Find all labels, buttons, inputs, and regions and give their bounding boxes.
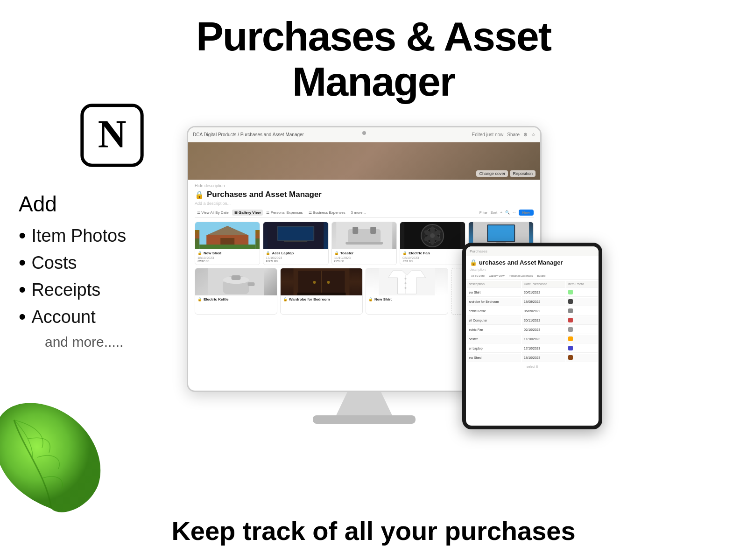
add-column-icon[interactable]: + xyxy=(500,210,502,215)
table-row: ectric Kettle 06/09/2022 xyxy=(467,307,598,315)
card-date-laptop: 17/10/2023 xyxy=(266,256,325,259)
page-icon: 🔒 xyxy=(195,190,204,199)
svg-point-26 xyxy=(430,233,435,238)
page-name: Purchases and Asset Manager xyxy=(207,190,322,199)
card-icon-shed: 🔒 xyxy=(197,251,202,255)
card-icon-wardrobe: 🔒 xyxy=(283,297,288,301)
table-row: ardrobe for Bedroom 18/08/2022 xyxy=(467,298,598,306)
notion-logo: N xyxy=(79,103,145,168)
svg-point-41 xyxy=(313,281,316,284)
filter-button[interactable]: Filter xyxy=(479,210,488,215)
table-cell-name: ell Computer xyxy=(467,316,521,325)
svg-rect-14 xyxy=(352,227,358,234)
gallery-card-shed[interactable]: 🔒 New Shed 18/10/2023 £532.00 xyxy=(195,222,260,265)
table-cell-date: 11/10/2023 xyxy=(522,335,565,343)
add-items-list: Item Photos Costs Receipts Account xyxy=(19,224,126,329)
svg-rect-6 xyxy=(199,245,255,249)
monitor-base xyxy=(313,415,416,424)
title-line2: Manager xyxy=(0,59,747,105)
card-title-shirt: 🔒 New Shirt xyxy=(368,297,445,301)
add-description[interactable]: Add a description... xyxy=(195,201,534,206)
notion-tabs: ☰ View All By Date ⊞ Gallery View ☰ Pers… xyxy=(195,210,534,218)
card-info-shed: 🔒 New Shed 18/10/2023 £532.00 xyxy=(195,249,260,265)
table-cell-date: 30/01/2022 xyxy=(522,288,565,297)
card-title-kettle: 🔒 Electric Kettle xyxy=(197,297,275,301)
tab-view-all[interactable]: ☰ View All By Date xyxy=(195,210,231,216)
tablet-header: Purchases xyxy=(466,246,599,256)
tablet-tab-business[interactable]: Busine xyxy=(536,274,547,278)
add-label: Add xyxy=(19,191,126,217)
tab-gallery[interactable]: ⊞ Gallery View xyxy=(232,210,263,216)
table-row: ectric Fan 02/10/2023 xyxy=(467,326,598,334)
table-cell-name: ardrobe for Bedroom xyxy=(467,298,521,306)
table-cell-photo xyxy=(566,344,598,353)
card-price-laptop: £809.00 xyxy=(266,259,325,263)
and-more-text: and more..... xyxy=(45,334,126,350)
gallery-card-laptop[interactable]: 🔒 Acer Laptop 17/10/2023 £809.00 xyxy=(263,222,328,265)
star-icon[interactable]: ☆ xyxy=(531,132,536,137)
search-icon[interactable]: 🔍 xyxy=(505,210,510,215)
table-cell-date: 06/09/2022 xyxy=(522,307,565,315)
tablet-footer: select 8 xyxy=(466,363,599,370)
gallery-card-wardrobe[interactable]: 🔒 Wardrobe for Bedroom xyxy=(280,268,363,315)
card-icon-kettle: 🔒 xyxy=(197,297,202,301)
tablet-table: description Date Purchased Item Photo ew… xyxy=(466,280,599,363)
card-title-fan: 🔒 Electric Fan xyxy=(402,251,462,255)
tablet-tab-date[interactable]: All by Date xyxy=(470,274,486,278)
card-date-toaster: 11/10/2023 xyxy=(334,256,394,259)
table-header-desc: description xyxy=(467,281,521,287)
reposition-button[interactable]: Reposition xyxy=(510,170,536,177)
bottom-tagline: Keep track of all your purchases xyxy=(0,516,747,546)
tab-personal[interactable]: ☰ Personal Expenses xyxy=(264,210,305,216)
card-icon-fan: 🔒 xyxy=(402,251,407,255)
tab-business[interactable]: ☰ Business Expenses xyxy=(306,210,348,216)
tab-more[interactable]: 5 more... xyxy=(349,210,368,216)
tablet-screen: Purchases 🔒 urchases and Asset Manager d… xyxy=(462,243,602,429)
card-price-shed: £532.00 xyxy=(197,259,257,263)
thumbnail-dot xyxy=(568,346,573,350)
hide-description[interactable]: Hide description xyxy=(195,183,534,188)
card-title-laptop: 🔒 Acer Laptop xyxy=(266,251,325,255)
svg-text:N: N xyxy=(98,112,127,156)
table-cell-name: ew Shirt xyxy=(467,288,521,297)
card-date-shed: 18/10/2023 xyxy=(197,256,257,259)
svg-point-42 xyxy=(327,281,330,284)
main-title: Purchases & Asset Manager xyxy=(0,0,747,105)
card-date-fan: 02/10/2023 xyxy=(402,256,462,259)
table-row: ew Shirt 30/01/2022 xyxy=(467,288,598,297)
table-cell-name: oaster xyxy=(467,335,521,343)
share-button[interactable]: Share xyxy=(507,132,520,137)
change-cover-button[interactable]: Change cover xyxy=(476,170,508,177)
tabs-right: Filter Sort + 🔍 ··· New xyxy=(479,210,534,216)
table-row: er Laptop 17/10/2023 xyxy=(467,344,598,353)
gallery-card-shirt[interactable]: 🔒 New Shirt xyxy=(366,268,448,315)
tablet-page-icon: 🔒 xyxy=(470,259,477,266)
thumbnail-dot xyxy=(568,355,573,360)
list-item-photos: Item Photos xyxy=(19,224,126,247)
monitor-dot xyxy=(362,131,366,135)
card-title-wardrobe: 🔒 Wardrobe for Bedroom xyxy=(283,297,360,301)
page-title-row: 🔒 Purchases and Asset Manager xyxy=(195,190,534,199)
gallery-card-fan[interactable]: 🔒 Electric Fan 02/10/2023 £23.00 xyxy=(400,222,465,265)
gallery-card-kettle[interactable]: 🔒 Electric Kettle xyxy=(195,268,277,315)
thumbnail-dot xyxy=(568,327,573,332)
sort-button[interactable]: Sort xyxy=(491,210,498,215)
table-cell-date: 17/10/2023 xyxy=(522,344,565,353)
table-cell-photo xyxy=(566,316,598,325)
svg-rect-15 xyxy=(370,227,376,234)
list-item-costs: Costs xyxy=(19,251,126,274)
card-price-toaster: £29.00 xyxy=(334,259,394,263)
tablet-tab-gallery[interactable]: Gallery View xyxy=(487,274,506,278)
gallery-card-toaster[interactable]: 🔒 Toaster 11/10/2023 £29.00 xyxy=(331,222,397,265)
svg-rect-9 xyxy=(278,227,314,240)
card-icon-laptop: 🔒 xyxy=(266,251,270,255)
settings-icon[interactable]: ⚙ xyxy=(523,132,528,137)
tablet-tab-personal[interactable]: Personal Expenses xyxy=(507,274,535,278)
list-item-account: Account xyxy=(19,305,126,329)
table-cell-name: ectric Kettle xyxy=(467,307,521,315)
more-options-icon[interactable]: ··· xyxy=(513,210,516,215)
card-price-fan: £23.00 xyxy=(402,259,462,263)
new-button[interactable]: New xyxy=(519,210,534,216)
table-cell-photo xyxy=(566,335,598,343)
thumbnail-dot xyxy=(568,336,573,341)
